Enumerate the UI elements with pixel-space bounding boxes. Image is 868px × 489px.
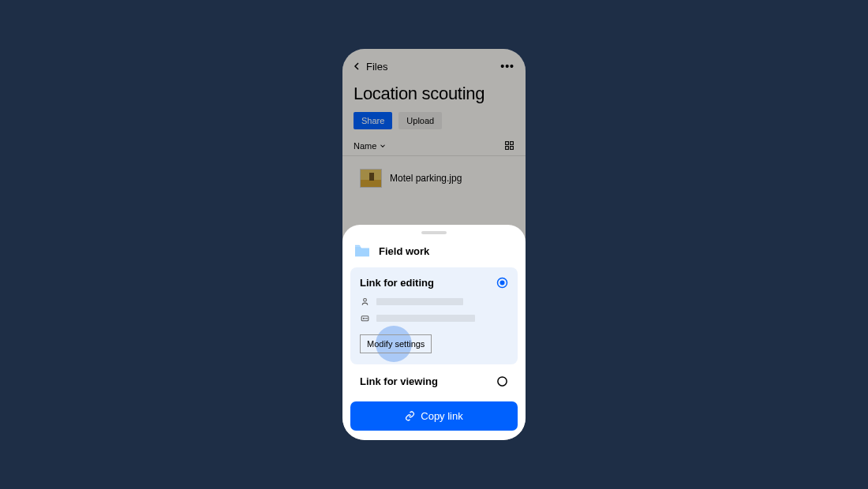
sort-toggle[interactable]: Name	[354, 141, 387, 151]
placeholder-bar	[376, 315, 475, 322]
svg-point-5	[500, 281, 505, 286]
file-thumbnail	[360, 169, 382, 188]
svg-rect-3	[511, 147, 514, 150]
sort-label: Name	[354, 141, 376, 151]
link-editing-label: Link for editing	[360, 277, 434, 289]
svg-rect-2	[506, 147, 509, 150]
placeholder-bar	[376, 298, 463, 305]
app-header: Files •••	[342, 49, 526, 79]
link-icon	[405, 411, 415, 421]
share-button[interactable]: Share	[354, 112, 392, 129]
svg-point-6	[364, 298, 367, 301]
svg-rect-1	[511, 142, 514, 145]
back-button[interactable]: Files	[350, 60, 387, 73]
sheet-grabber[interactable]	[421, 231, 447, 234]
radio-unselected-icon[interactable]	[496, 375, 508, 387]
permission-row-users	[360, 297, 508, 307]
file-name: Motel parking.jpg	[390, 173, 462, 184]
svg-point-8	[363, 318, 364, 319]
chevron-left-icon	[350, 60, 363, 73]
people-icon	[360, 297, 370, 307]
copy-link-button[interactable]: Copy link	[350, 401, 518, 431]
password-icon	[360, 313, 370, 323]
link-viewing-label: Link for viewing	[360, 375, 438, 387]
share-bottom-sheet: Field work Link for editing	[342, 225, 526, 440]
list-header: Name	[342, 137, 526, 156]
link-viewing-option[interactable]: Link for viewing	[350, 371, 518, 397]
permission-row-password	[360, 313, 508, 323]
radio-selected-icon[interactable]	[496, 277, 508, 289]
sheet-folder-header: Field work	[350, 242, 518, 267]
svg-point-10	[498, 377, 507, 386]
action-button-row: Share Upload	[342, 112, 526, 137]
back-label: Files	[366, 61, 387, 73]
file-row[interactable]: Motel parking.jpg	[342, 156, 526, 188]
modify-settings-button[interactable]: Modify settings	[360, 334, 432, 353]
chevron-down-icon	[379, 142, 387, 150]
grid-view-icon[interactable]	[504, 140, 514, 151]
phone-mockup: Files ••• Location scouting Share Upload…	[342, 49, 526, 440]
sheet-folder-name: Field work	[379, 245, 429, 257]
svg-rect-0	[506, 142, 509, 145]
link-editing-option[interactable]: Link for editing Modify s	[350, 267, 518, 364]
upload-button[interactable]: Upload	[398, 112, 442, 129]
folder-icon	[354, 244, 371, 258]
copy-link-label: Copy link	[421, 410, 462, 422]
page-title: Location scouting	[342, 79, 526, 112]
more-options-icon[interactable]: •••	[500, 60, 514, 73]
